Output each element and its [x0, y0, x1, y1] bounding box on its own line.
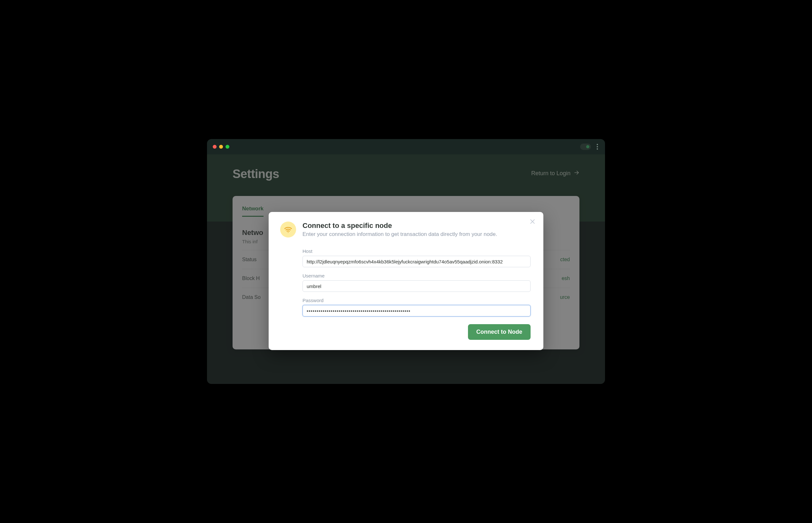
password-label: Password: [302, 297, 531, 303]
modal-overlay[interactable]: Connect to a specific node Enter your co…: [207, 155, 605, 384]
traffic-lights: [213, 145, 229, 149]
modal-header: Connect to a specific node Enter your co…: [280, 221, 532, 237]
titlebar-right: [580, 143, 599, 151]
wifi-icon: [280, 221, 296, 237]
modal-title: Connect to a specific node: [302, 221, 497, 230]
modal-actions: Connect to Node: [302, 324, 531, 340]
connect-node-modal: Connect to a specific node Enter your co…: [269, 212, 543, 350]
titlebar: [207, 139, 605, 155]
overflow-menu-button[interactable]: [596, 143, 599, 151]
window-minimize-button[interactable]: [219, 145, 223, 149]
modal-titles: Connect to a specific node Enter your co…: [302, 221, 497, 237]
field-host: Host: [302, 248, 531, 267]
host-label: Host: [302, 248, 531, 254]
password-input[interactable]: [302, 305, 531, 317]
connect-to-node-button[interactable]: Connect to Node: [468, 324, 531, 340]
host-input[interactable]: [302, 256, 531, 267]
modal-subtitle: Enter your connection information to get…: [302, 231, 497, 237]
app-body: Settings Return to Login Network Netwo T…: [207, 155, 605, 384]
username-input[interactable]: [302, 281, 531, 292]
username-label: Username: [302, 273, 531, 278]
modal-close-button[interactable]: [529, 218, 536, 227]
app-window: Settings Return to Login Network Netwo T…: [207, 139, 605, 384]
svg-point-3: [288, 232, 288, 233]
field-password: Password: [302, 297, 531, 317]
close-icon: [529, 218, 536, 226]
window-zoom-button[interactable]: [226, 145, 229, 149]
connect-node-form: Host Username Password Connect to Node: [302, 248, 531, 340]
connection-status-pill[interactable]: [580, 144, 591, 150]
field-username: Username: [302, 273, 531, 292]
window-close-button[interactable]: [213, 145, 216, 149]
